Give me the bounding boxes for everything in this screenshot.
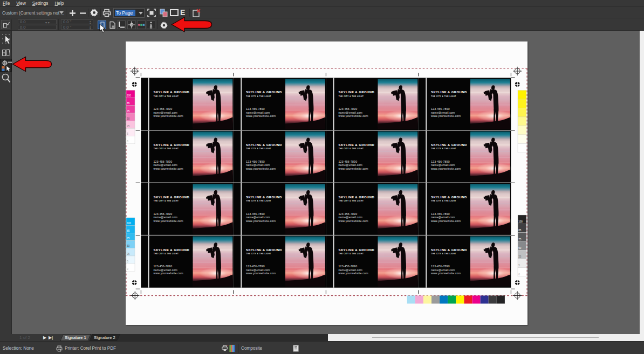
svg-text:85: 85 — [127, 102, 130, 105]
svg-text:50: 50 — [127, 245, 130, 247]
svg-text:0: 0 — [127, 268, 128, 270]
svg-text:75: 75 — [518, 238, 522, 241]
svg-text:25: 25 — [518, 255, 522, 258]
svg-text:50: 50 — [127, 117, 130, 120]
svg-text:100: 100 — [127, 222, 131, 225]
svg-text:85: 85 — [518, 229, 522, 232]
svg-text:5: 5 — [518, 264, 520, 267]
svg-text:0: 0 — [518, 273, 520, 276]
svg-text:5: 5 — [127, 133, 128, 135]
svg-text:85: 85 — [127, 230, 130, 232]
svg-text:50: 50 — [518, 247, 522, 249]
svg-text:0: 0 — [127, 140, 128, 143]
svg-text:25: 25 — [127, 125, 130, 128]
svg-text:25: 25 — [127, 253, 130, 255]
svg-text:75: 75 — [127, 110, 130, 113]
svg-text:100: 100 — [127, 94, 131, 97]
svg-text:100: 100 — [518, 220, 523, 223]
svg-text:5: 5 — [127, 260, 128, 263]
svg-text:75: 75 — [127, 237, 130, 240]
